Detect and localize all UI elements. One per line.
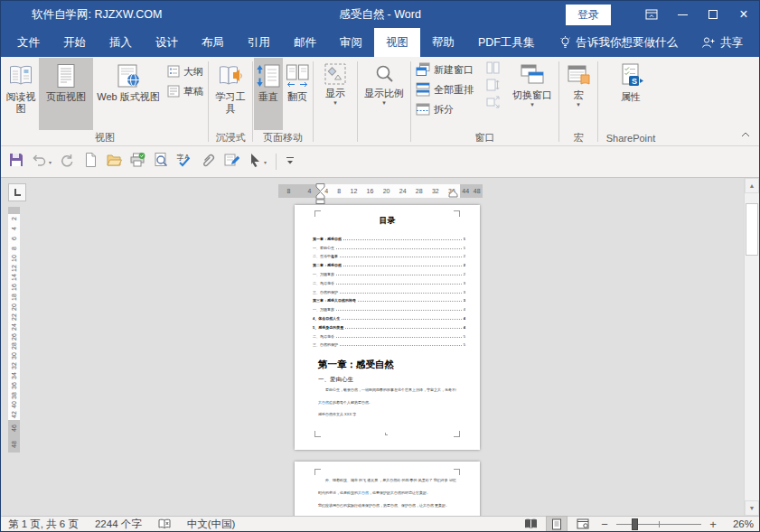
reset-window-position-icon[interactable] (486, 96, 500, 108)
show-group: 显示 ▾ (314, 58, 356, 145)
draft-view-button[interactable]: 草稿 (164, 81, 207, 101)
hyperlink[interactable]: 大自然 (318, 400, 329, 405)
page-indicator[interactable]: 第 1 页, 共 6 页 (8, 518, 79, 531)
share-button[interactable]: 共享 (701, 28, 743, 57)
view-side-by-side-icon[interactable] (486, 61, 500, 74)
tab-references[interactable]: 引用 (236, 28, 282, 57)
new-document-button[interactable] (82, 152, 99, 172)
arrange-all-button[interactable]: 全部重排 (412, 79, 477, 99)
touch-mode-icon (247, 152, 263, 172)
body-text-line: 我们应该用自己的实际行动来保护自然，热爱自然、保护自然，让大自然 更美好。 (318, 503, 456, 508)
tab-insert[interactable]: 插入 (98, 28, 144, 57)
read-mode-label: 阅读视图 (5, 91, 37, 115)
right-indent-marker[interactable] (448, 190, 458, 199)
horizontal-ruler[interactable]: 84 4812162024283236 4448 (278, 184, 483, 198)
vertical-ruler[interactable]: 24681012141618202224262830323436384042 4… (8, 207, 20, 453)
body-text-line: 大自然造就着每个人都热爱自然。 (318, 400, 456, 405)
zoom-slider-thumb[interactable] (632, 518, 638, 530)
login-button[interactable]: 登录 (566, 5, 611, 25)
web-layout-view-button[interactable] (573, 517, 593, 531)
toc-entry: 5、感受身边的美景4 (313, 321, 465, 330)
share-label: 共享 (720, 35, 743, 51)
tab-file[interactable]: 文件 (5, 28, 52, 57)
close-button[interactable]: × (728, 1, 759, 28)
page2-body: 外、随着科技、城市 的飞 速发展 ，是大自然给 的四 季的 风景给了 我们许多 … (318, 478, 456, 508)
properties-button[interactable]: S 属性 (613, 58, 649, 130)
collapse-ribbon-button[interactable] (741, 125, 750, 141)
tab-view[interactable]: 视图 (374, 28, 420, 57)
scrollbar-thumb[interactable] (746, 203, 758, 256)
side-to-side-label: 翻页 (287, 91, 307, 103)
scroll-down-arrow[interactable]: ▼ (745, 500, 759, 516)
zoom-slider[interactable] (616, 524, 701, 525)
tell-me-box[interactable]: 告诉我你想要做什么 (559, 28, 679, 57)
zoom-out-button[interactable]: − (599, 518, 610, 531)
switch-windows-button[interactable]: 切换窗口 ▾ (507, 58, 558, 130)
quick-print-button[interactable] (129, 152, 145, 172)
edit-button[interactable] (223, 152, 239, 172)
macros-label: 宏 (574, 89, 584, 101)
synchronous-scrolling-icon[interactable] (486, 79, 500, 91)
vertical-button[interactable]: 垂直 (254, 58, 283, 130)
scroll-up-arrow[interactable]: ▲ (745, 178, 759, 193)
tab-pdf-tools[interactable]: PDF工具集 (466, 28, 547, 57)
ribbon-display-options-button[interactable] (636, 1, 667, 28)
indent-markers[interactable] (315, 183, 325, 205)
maximize-button[interactable] (698, 1, 728, 28)
page-movement-group-label: 页面移动 (254, 130, 312, 145)
tab-layout[interactable]: 布局 (190, 28, 236, 57)
customize-toolbar-button[interactable] (286, 154, 295, 170)
h-ruler-right: 4448 (460, 184, 483, 198)
repeat-button[interactable] (59, 152, 75, 172)
open-button[interactable] (106, 152, 122, 172)
tab-design[interactable]: 设计 (144, 28, 190, 57)
tab-mailings[interactable]: 邮件 (282, 28, 328, 57)
document-page-1[interactable]: 目录 第一章：感受自然1一、爱由心生1二、生活中趣事2第二章：感受自然2一、万物… (295, 205, 480, 450)
quick-access-toolbar: ▾字A▾ (1, 146, 759, 178)
document-page-2[interactable]: 外、随着科技、城市 的飞 速发展 ，是大自然给 的四 季的 风景给了 我们许多 … (295, 462, 480, 516)
read-mode-button[interactable]: 阅读视图 (3, 58, 39, 130)
chevron-down-icon: ▾ (49, 159, 52, 165)
zoom-slider-center-tick (659, 521, 660, 527)
group-divider (208, 61, 209, 142)
zoom-percentage[interactable]: 26% (725, 518, 754, 529)
ribbon-display-options-icon (645, 9, 658, 20)
spelling-button[interactable]: 字A (176, 152, 192, 172)
hyperlink[interactable]: 大自然 (358, 490, 369, 495)
proofing-status-icon[interactable] (158, 518, 171, 530)
touch-mode-button[interactable]: ▾ (247, 152, 267, 172)
macros-button[interactable]: 宏 ▾ (560, 58, 596, 130)
word-count[interactable]: 2244 个字 (95, 518, 142, 531)
tab-home[interactable]: 开始 (52, 28, 98, 57)
print-layout-button[interactable]: 页面视图 (39, 58, 93, 130)
split-button[interactable]: 拆分 (412, 99, 477, 119)
save-button[interactable] (8, 152, 24, 172)
show-label: 显示 (325, 88, 345, 99)
side-to-side-button[interactable]: 翻页 (283, 58, 312, 130)
tab-help[interactable]: 帮助 (420, 28, 466, 57)
properties-label: 属性 (621, 91, 641, 103)
minimize-button[interactable] (667, 1, 698, 28)
v-ruler-mid: 24681012141618202224262830323436384042 (8, 214, 20, 420)
tab-selector-button[interactable] (8, 183, 26, 201)
side-to-side-icon (285, 62, 310, 89)
status-bar: 第 1 页, 共 6 页 2244 个字 中文(中国) − + 26% (1, 516, 759, 531)
language-indicator[interactable]: 中文(中国) (187, 518, 236, 531)
brand-text: 软件自学网: RJZXW.COM (32, 7, 162, 23)
attachment-button[interactable] (200, 152, 216, 172)
show-dropdown-button[interactable]: 显示 ▾ (314, 58, 356, 130)
vertical-scrollbar[interactable]: ▲ ▼ (744, 178, 759, 516)
outline-view-button[interactable]: 大纲 (164, 61, 207, 81)
read-mode-view-button[interactable] (521, 517, 540, 531)
undo-button[interactable]: ▾ (32, 152, 52, 172)
zoom-dropdown-button[interactable]: 显示比例 ▾ (359, 58, 409, 130)
zoom-in-button[interactable]: + (708, 518, 718, 531)
new-window-button[interactable]: 新建窗口 (412, 60, 477, 79)
print-preview-button[interactable] (153, 152, 169, 172)
web-layout-icon (115, 62, 142, 89)
learning-tools-label: 学习工具 (211, 91, 249, 115)
tab-review[interactable]: 审阅 (328, 28, 374, 57)
web-layout-button[interactable]: Web 版式视图 (93, 58, 164, 130)
print-layout-view-button[interactable] (547, 517, 567, 531)
learning-tools-button[interactable]: 学习工具 (210, 58, 251, 130)
